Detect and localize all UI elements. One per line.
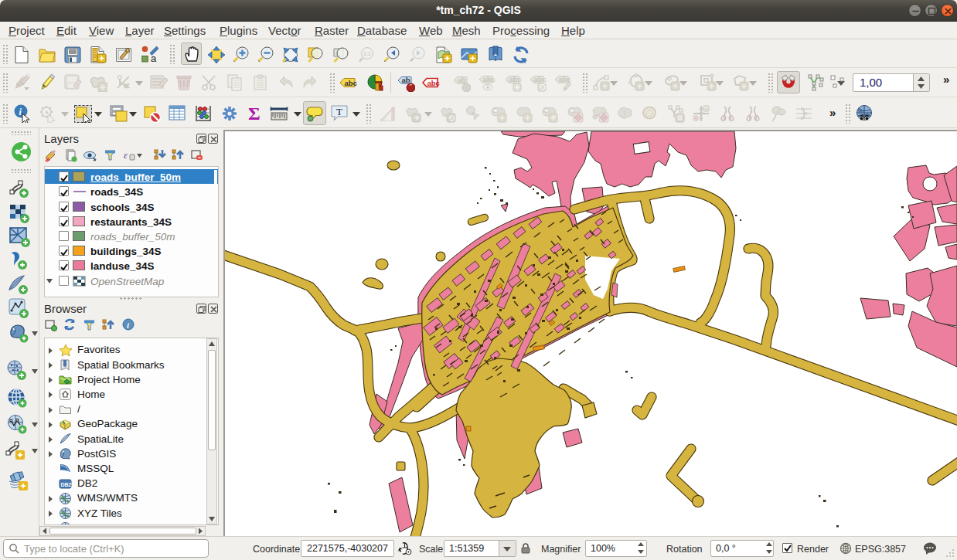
svg-text:abc: abc: [345, 79, 357, 87]
svg-text:abc: abc: [559, 75, 571, 83]
svg-text:abc: abc: [534, 75, 547, 83]
svg-text:1:1: 1:1: [363, 51, 371, 56]
svg-text:abc: abc: [483, 75, 496, 83]
svg-text:DB2: DB2: [61, 481, 72, 487]
svg-text:ε: ε: [124, 149, 128, 161]
svg-text:Σ: Σ: [248, 104, 261, 121]
svg-text:abc: abc: [427, 79, 440, 87]
svg-text:abc: abc: [509, 75, 522, 83]
svg-text:a: a: [151, 53, 157, 64]
svg-text:T: T: [336, 106, 342, 117]
